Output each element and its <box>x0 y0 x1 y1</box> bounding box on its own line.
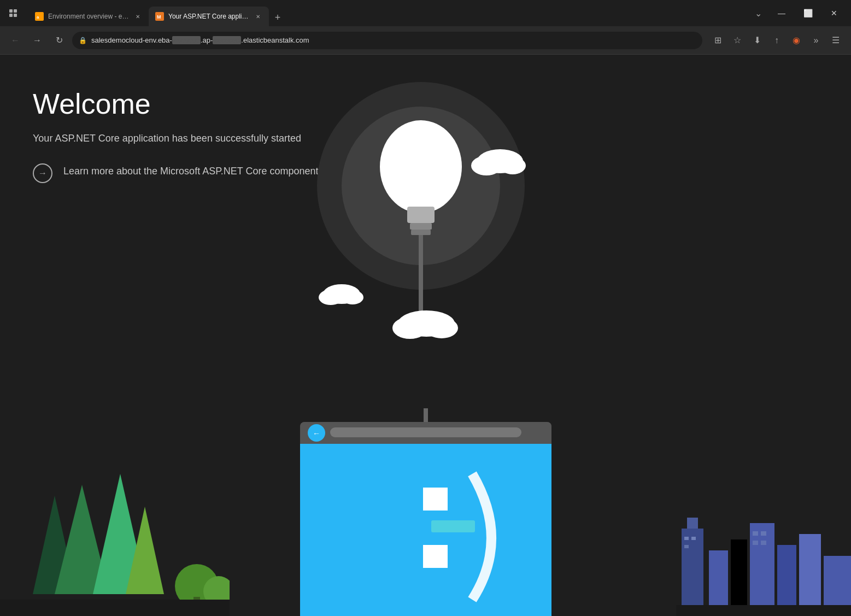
url-text: salesdemocloud-env.eba-xxxxxxxx.ap-xxxxx… <box>91 36 696 44</box>
svg-text:M: M <box>157 14 161 20</box>
browser-frame: a Environment overview - events ✕ M <box>0 0 851 616</box>
svg-rect-34 <box>687 518 698 529</box>
url-bar[interactable]: 🔒 salesdemocloud-env.eba-xxxxxxxx.ap-xxx… <box>72 32 702 49</box>
svg-point-16 <box>471 156 502 175</box>
learn-more-section: → Learn more about the Microsoft ASP.NET… <box>33 163 324 183</box>
arrow-circle-button[interactable]: → <box>33 163 52 183</box>
new-tab-button[interactable]: + <box>269 9 286 26</box>
svg-rect-59 <box>423 545 448 568</box>
svg-rect-13 <box>411 230 431 235</box>
svg-point-22 <box>392 317 427 339</box>
favorites-button[interactable]: ☆ <box>729 32 746 49</box>
svg-rect-0 <box>9 9 13 13</box>
svg-rect-33 <box>682 529 703 616</box>
rss-button[interactable]: ◉ <box>788 32 805 49</box>
svg-rect-45 <box>761 531 766 536</box>
tabs-bar: a Environment overview - events ✕ M <box>28 0 747 26</box>
svg-text:a: a <box>37 15 39 20</box>
tab2-label: Your ASP.NET Core application has <box>168 13 249 20</box>
svg-point-19 <box>319 290 343 305</box>
svg-rect-12 <box>410 223 432 230</box>
forward-button[interactable]: → <box>28 32 46 49</box>
title-bar: a Environment overview - events ✕ M <box>0 0 851 26</box>
success-message: Your ASP.NET Core application has been s… <box>33 131 324 146</box>
tab2-favicon: M <box>155 12 164 21</box>
svg-rect-39 <box>799 534 821 616</box>
svg-rect-11 <box>407 207 435 223</box>
svg-rect-32 <box>0 600 230 616</box>
svg-point-17 <box>500 157 526 174</box>
more-tools-button[interactable]: » <box>807 32 825 49</box>
svg-rect-2 <box>9 14 13 17</box>
tab1-close[interactable]: ✕ <box>133 12 142 21</box>
minimize-button[interactable]: — <box>769 4 794 22</box>
svg-rect-58 <box>423 488 448 511</box>
trees-illustration <box>0 441 230 616</box>
bottom-scene: ← <box>0 430 851 616</box>
tab-environment-overview[interactable]: a Environment overview - events ✕ <box>28 7 149 26</box>
address-bar: ← → ↻ 🔒 salesdemocloud-env.eba-xxxxxxxx.… <box>0 26 851 55</box>
tab1-label: Environment overview - events <box>48 13 129 20</box>
svg-rect-55 <box>330 427 521 437</box>
learn-more-link[interactable]: Learn more about the Microsoft ASP.NET C… <box>63 163 324 179</box>
toolbar-icons: ⊞ ☆ ⬇ ↑ ◉ » ☰ <box>709 32 844 49</box>
welcome-section: Welcome Your ASP.NET Core application ha… <box>33 87 324 183</box>
page-content: Welcome Your ASP.NET Core application ha… <box>0 55 851 616</box>
svg-rect-60 <box>431 520 475 532</box>
svg-rect-56 <box>300 444 551 616</box>
aws-icon: a <box>35 12 44 21</box>
browser-controls-left <box>4 4 22 22</box>
page-title: Welcome <box>33 87 324 120</box>
restore-button[interactable]: ⬜ <box>795 4 820 22</box>
svg-rect-42 <box>691 537 696 540</box>
svg-rect-37 <box>750 523 774 616</box>
lightbulb-illustration <box>290 66 552 372</box>
tab-aspnet-welcome[interactable]: M Your ASP.NET Core application has ✕ <box>149 7 269 26</box>
svg-rect-48 <box>676 605 851 616</box>
svg-text:←: ← <box>313 429 320 438</box>
svg-rect-3 <box>14 14 17 17</box>
svg-rect-57 <box>300 602 551 616</box>
profile-icon-button[interactable]: ⊞ <box>709 32 726 49</box>
svg-rect-14 <box>419 235 423 322</box>
svg-rect-47 <box>761 541 766 545</box>
profile-button[interactable] <box>4 4 22 22</box>
svg-rect-36 <box>731 539 747 616</box>
reload-button[interactable]: ↻ <box>50 32 68 49</box>
svg-point-20 <box>342 290 363 304</box>
svg-rect-46 <box>753 541 758 545</box>
tab1-favicon: a <box>35 12 44 21</box>
tab-overflow-button[interactable]: ⌄ <box>749 4 767 22</box>
svg-rect-1 <box>14 9 17 13</box>
close-button[interactable]: ✕ <box>821 4 847 22</box>
share-button[interactable]: ↑ <box>768 32 785 49</box>
tab2-close[interactable]: ✕ <box>254 12 262 21</box>
settings-button[interactable]: ☰ <box>827 32 844 49</box>
svg-rect-41 <box>684 537 689 540</box>
city-illustration <box>676 441 851 616</box>
svg-rect-43 <box>684 545 689 548</box>
svg-point-10 <box>380 120 462 213</box>
downloads-button[interactable]: ⬇ <box>748 32 766 49</box>
svg-point-23 <box>425 318 458 338</box>
back-button[interactable]: ← <box>7 32 24 49</box>
lock-icon: 🔒 <box>79 37 87 44</box>
window-controls: — ⬜ ✕ <box>769 4 847 22</box>
mini-browser-illustration: ← <box>292 408 560 616</box>
svg-rect-44 <box>753 531 758 536</box>
